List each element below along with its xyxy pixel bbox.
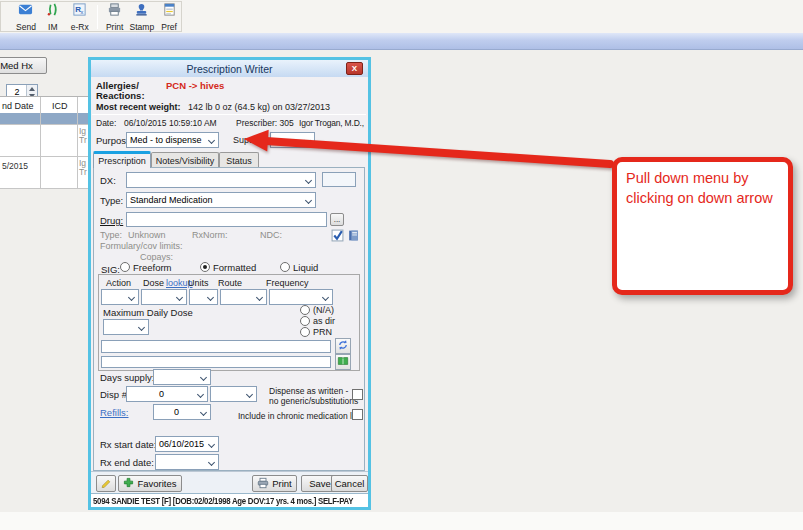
print-toolbar-label: Print xyxy=(106,22,123,32)
annotation-callout: Pull down menu by clicking on down arrow xyxy=(612,157,793,295)
sig-liquid-radio[interactable] xyxy=(280,262,290,272)
frequency-column-label: Frequency xyxy=(266,278,309,288)
chevron-down-icon[interactable] xyxy=(208,137,215,144)
chronic-label: Include in chronic medication list xyxy=(238,411,360,421)
chevron-down-icon[interactable] xyxy=(176,294,183,301)
drug-browse-button[interactable]: ... xyxy=(330,213,344,226)
disp-units-select[interactable] xyxy=(210,386,257,402)
dialog-titlebar: Prescription Writer xyxy=(91,60,368,77)
chevron-down-icon[interactable] xyxy=(304,137,311,144)
table-column-divider xyxy=(77,97,78,188)
close-button[interactable]: X xyxy=(346,62,363,75)
printer-icon xyxy=(107,2,122,21)
chronic-checkbox[interactable] xyxy=(352,409,363,420)
chevron-down-icon[interactable] xyxy=(138,324,145,331)
drug-label: Drug: xyxy=(100,215,123,226)
chevron-down-icon[interactable] xyxy=(128,294,135,301)
frequency-select[interactable] xyxy=(269,289,333,305)
stamp-button[interactable]: Stamp xyxy=(130,2,155,31)
table-header-icd: ICD xyxy=(52,101,68,111)
chevron-down-icon[interactable] xyxy=(197,391,204,398)
favorites-button[interactable]: Favorites xyxy=(118,475,182,492)
pref-button[interactable]: Pref xyxy=(157,2,181,31)
refills-link[interactable]: Refills: xyxy=(100,407,129,418)
purpose-select[interactable]: Med - to dispense xyxy=(126,132,219,148)
dx-select[interactable] xyxy=(126,172,316,188)
as-dir-radio[interactable] xyxy=(300,316,310,326)
tab-notes-visibility[interactable]: Notes/Visibility xyxy=(151,152,219,168)
im-button[interactable]: IM xyxy=(41,2,65,31)
cancel-button[interactable]: Cancel xyxy=(331,475,368,492)
days-supply-select[interactable] xyxy=(153,369,211,385)
rx-start-select[interactable]: 06/10/2015 xyxy=(155,436,219,452)
sign-button[interactable] xyxy=(96,475,116,492)
chevron-down-icon[interactable] xyxy=(207,294,214,301)
pencil-icon xyxy=(101,477,112,490)
date-label: Date: xyxy=(96,118,116,128)
dose-select[interactable] xyxy=(141,289,187,305)
chevron-down-icon[interactable] xyxy=(200,409,207,416)
drug-book-icon[interactable] xyxy=(347,228,360,241)
sig-note-input[interactable] xyxy=(101,356,331,368)
medication-table: nd Date ICD IgTr 5/2015 IgTr xyxy=(0,96,89,188)
rx-end-label: Rx end date: xyxy=(100,457,154,468)
send-label: Send xyxy=(16,22,36,32)
chevron-down-icon[interactable] xyxy=(246,391,253,398)
drug-input[interactable] xyxy=(126,212,327,227)
chevron-down-icon[interactable] xyxy=(200,374,207,381)
toolbar-separator xyxy=(97,5,98,29)
table-header-end-date: nd Date xyxy=(2,101,34,111)
dx-label: DX: xyxy=(100,175,116,186)
prn-radio[interactable] xyxy=(300,327,310,337)
patient-status-bar: 5094 SANDIE TEST [F] [DOB:02/02/1998 Age… xyxy=(91,493,368,507)
sig-formatted-radio[interactable] xyxy=(200,262,210,272)
med-hx-button[interactable]: Med Hx xyxy=(0,57,47,74)
chevron-down-icon[interactable] xyxy=(256,294,263,301)
sig-formatted-label: Formatted xyxy=(213,262,256,273)
rxnorm-label: RxNorm: xyxy=(192,230,228,240)
preferences-icon xyxy=(162,2,177,21)
action-column-label: Action xyxy=(106,278,131,288)
print-toolbar-button[interactable]: Print xyxy=(103,2,127,31)
disp-select[interactable]: 0 xyxy=(126,386,208,402)
tab-prescription[interactable]: Prescription xyxy=(93,151,151,168)
supervisor-select[interactable] xyxy=(270,132,315,148)
rx-icon: Rx xyxy=(72,2,87,21)
pref-label: Pref xyxy=(161,22,177,32)
spinner-up-icon[interactable] xyxy=(29,87,35,91)
units-column-label: Units xyxy=(188,278,209,288)
route-select[interactable] xyxy=(220,289,267,305)
type-select[interactable]: Standard Medication xyxy=(126,192,316,208)
sig-liquid-label: Liquid xyxy=(293,262,318,273)
erx-button[interactable]: Rx e-Rx xyxy=(68,2,92,31)
na-radio[interactable] xyxy=(300,305,310,315)
sig-refresh-button[interactable] xyxy=(335,338,351,354)
daw-checkbox[interactable] xyxy=(352,389,363,400)
table-row[interactable]: 5/2015 IgTr xyxy=(0,156,88,188)
allergy-value: PCN -> hives xyxy=(166,80,224,91)
toolbar: -0 Send IM Rx e-Rx Print Stamp xyxy=(0,0,803,33)
table-column-divider xyxy=(40,97,41,188)
chevron-down-icon[interactable] xyxy=(208,459,215,466)
send-button[interactable]: Send xyxy=(14,2,38,31)
sig-book-button[interactable] xyxy=(335,354,351,370)
chevron-down-icon[interactable] xyxy=(322,294,329,301)
units-select[interactable] xyxy=(189,289,218,305)
sig-freeform-radio[interactable] xyxy=(120,262,130,272)
chevron-down-icon[interactable] xyxy=(305,177,312,184)
refills-select[interactable]: 0 xyxy=(153,404,211,420)
stamp-icon xyxy=(134,2,149,21)
dx-code-box xyxy=(322,172,356,187)
table-row[interactable]: IgTr xyxy=(0,124,88,156)
table-highlight-row[interactable] xyxy=(0,113,88,124)
rx-end-select[interactable] xyxy=(155,454,219,470)
tab-status[interactable]: Status xyxy=(219,152,259,168)
chevron-down-icon[interactable] xyxy=(305,197,312,204)
verify-check-icon[interactable] xyxy=(331,228,344,241)
chevron-down-icon[interactable] xyxy=(208,441,215,448)
sig-text-input[interactable] xyxy=(101,340,331,353)
print-button[interactable]: Print xyxy=(252,475,297,492)
copays-label: Copays: xyxy=(140,252,173,262)
action-select[interactable] xyxy=(101,289,139,305)
max-daily-dose-select[interactable] xyxy=(103,319,149,335)
